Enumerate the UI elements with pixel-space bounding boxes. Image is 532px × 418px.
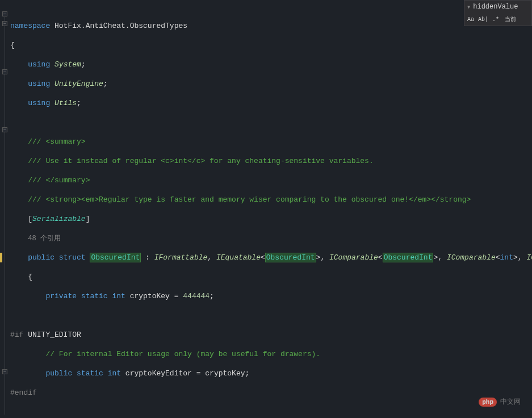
semicolon: ; xyxy=(77,99,81,107)
watermark-text: 中文网 xyxy=(500,397,521,407)
code-editor[interactable]: namespace HotFix.AntiCheat.ObscuredTypes… xyxy=(10,11,532,418)
using-target: System xyxy=(50,60,81,69)
bracket: ] xyxy=(86,215,90,223)
interface: IComparable xyxy=(447,253,496,262)
preprocessor: #endif xyxy=(10,388,37,397)
semicolon: ; xyxy=(210,292,214,300)
fold-toggle[interactable]: − xyxy=(2,369,7,374)
fold-toggle[interactable]: − xyxy=(2,69,7,74)
preprocessor-symbol: UNITY_EDITOR xyxy=(23,331,81,339)
match-word-button[interactable]: Ab| xyxy=(478,14,488,24)
comma: , xyxy=(207,253,216,262)
field: cryptoKey xyxy=(125,292,174,300)
xml-doc: /// </summary> xyxy=(28,176,90,185)
modified-line-marker xyxy=(0,253,2,262)
keyword: namespace xyxy=(10,22,50,30)
code-gutter: − − − − − xyxy=(0,0,9,418)
colon: : xyxy=(141,253,154,262)
type-arg-highlighted: ObscuredInt xyxy=(265,253,316,262)
keyword: struct xyxy=(59,253,86,262)
find-panel[interactable]: ▾ hiddenValue Aa Ab| .* 当前 xyxy=(464,0,532,26)
semicolon: ; xyxy=(81,60,86,69)
builtin-type: int xyxy=(500,253,513,262)
xml-doc: /// <strong><em>Regular type is faster a… xyxy=(28,195,471,204)
preprocessor: #if xyxy=(10,331,23,339)
dropdown-arrow-icon[interactable]: ▾ xyxy=(467,3,471,11)
field: cryptoKeyEditor xyxy=(121,369,196,378)
fold-line xyxy=(5,17,5,415)
comma: , xyxy=(518,253,527,262)
keyword: using xyxy=(28,60,50,69)
bracket: [ xyxy=(28,215,32,223)
keyword: public xyxy=(28,253,55,262)
angle-bracket: < xyxy=(261,253,265,262)
angle-bracket: > xyxy=(513,253,518,262)
attribute: Serializable xyxy=(32,215,86,223)
regex-button[interactable]: .* xyxy=(491,14,501,24)
brace: { xyxy=(28,273,32,281)
equals: = xyxy=(174,292,183,300)
struct-name-highlighted: ObscuredInt xyxy=(90,253,141,262)
brace: { xyxy=(10,40,532,50)
namespace-path: HotFix.AntiCheat.ObscuredTypes xyxy=(50,22,187,30)
using-target: UnityEngine xyxy=(50,80,103,88)
using-target: Utils xyxy=(50,99,77,107)
semicolon: ; xyxy=(103,80,108,88)
type-arg-highlighted: ObscuredInt xyxy=(383,253,434,262)
number-literal: 444444 xyxy=(183,292,210,300)
interface: IEquatable xyxy=(216,253,261,262)
keyword: using xyxy=(28,80,50,88)
xml-doc: /// Use it instead of regular <c>int</c>… xyxy=(28,157,374,165)
xml-doc: /// <summary> xyxy=(28,137,85,146)
fold-toggle[interactable]: − xyxy=(2,127,7,132)
angle-bracket: < xyxy=(496,253,500,262)
comma: , xyxy=(320,253,329,262)
interface: IComparable xyxy=(526,253,532,262)
keywords: private static int xyxy=(45,292,125,300)
search-term: hiddenValue xyxy=(473,3,518,11)
match-case-button[interactable]: Aa xyxy=(466,14,476,24)
keywords: public static int xyxy=(45,369,121,378)
fold-toggle[interactable]: − xyxy=(2,11,7,16)
interface: IComparable xyxy=(329,253,378,262)
interface: IFormattable xyxy=(154,253,208,262)
codelens-references[interactable]: 48 个引用 xyxy=(28,235,61,243)
scope-button[interactable]: 当前 xyxy=(503,14,518,24)
watermark: php 中文网 xyxy=(479,397,521,407)
angle-bracket: < xyxy=(378,253,383,262)
php-logo: php xyxy=(479,398,497,407)
assignment: = cryptoKey; xyxy=(196,369,250,378)
comment: // For internal Editor usage only (may b… xyxy=(45,350,320,358)
fold-toggle[interactable]: − xyxy=(2,21,7,26)
comma: , xyxy=(438,253,447,262)
keyword: using xyxy=(28,99,50,107)
